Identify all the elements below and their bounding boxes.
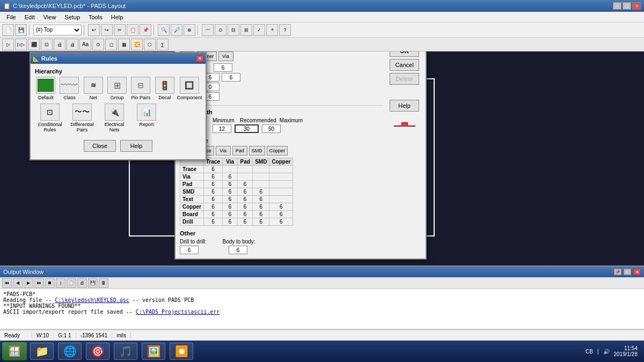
icon-diffpairs[interactable]: 〜〜 Differential Pairs xyxy=(67,104,97,132)
tb-btn-5[interactable]: 📌 xyxy=(140,24,151,36)
start-button[interactable]: 🪟 xyxy=(2,342,27,360)
save-btn[interactable]: 💾 xyxy=(15,24,27,36)
icon-group-box: ⊞ xyxy=(107,77,127,94)
menu-help[interactable]: Help xyxy=(107,13,128,21)
icon-electricalnets[interactable]: 🔌 Electrical Nets xyxy=(99,104,129,132)
tb2-btn-12[interactable]: ⬡ xyxy=(144,39,156,50)
maximum-input[interactable] xyxy=(262,124,281,133)
rules-close-btn[interactable]: ✕ xyxy=(196,55,203,62)
icon-default[interactable]: Default xyxy=(35,77,56,100)
out-last-btn[interactable]: ⏭ xyxy=(34,278,44,288)
tb2-btn-2[interactable]: ▷▷ xyxy=(15,39,27,50)
rules-close-button[interactable]: Close xyxy=(84,140,116,152)
menu-view[interactable]: View xyxy=(39,13,61,21)
tb2-btn-4[interactable]: ⊡ xyxy=(41,39,53,50)
out-next-btn[interactable]: ▶ xyxy=(24,278,33,288)
icon-decal[interactable]: 🚦 Decal xyxy=(154,77,175,100)
tb-route[interactable]: 〰 xyxy=(202,24,214,36)
clr-copper-btn[interactable]: Copper xyxy=(267,146,288,156)
icon-pinpairs[interactable]: ⊟ Pin Pairs xyxy=(130,77,151,100)
tb2-btn-10[interactable]: ▦ xyxy=(118,39,130,50)
taskbar-photos[interactable]: 🖼️ xyxy=(142,343,165,360)
clr-pad-btn[interactable]: Pad xyxy=(232,146,247,156)
out-first-btn[interactable]: ⏮ xyxy=(2,278,12,288)
taskbar-record[interactable]: ⏺️ xyxy=(170,343,193,360)
tb-zoom[interactable]: ⌖ xyxy=(266,24,278,36)
rules-dialog-title-icon: 📐 Rules xyxy=(33,55,57,62)
taskbar-powerpoint[interactable]: 🎯 xyxy=(86,343,109,360)
tb-btn-8[interactable]: ⊕ xyxy=(184,24,195,36)
tb-net[interactable]: ⊟ xyxy=(228,24,239,36)
tb-comp[interactable]: ⊞ xyxy=(240,24,252,36)
maximize-button[interactable]: □ xyxy=(623,2,631,10)
tb2-btn-8[interactable]: ⊙ xyxy=(92,39,104,50)
icon-group[interactable]: ⊞ Group xyxy=(106,77,128,100)
clearance-table: Trace Via Pad SMD Copper Trace 6 xyxy=(180,158,293,226)
tb2-btn-6[interactable]: 🖨 xyxy=(67,39,78,50)
output-link-2[interactable]: C:\PADS Projects\ascii.err xyxy=(136,309,220,315)
tb2-btn-5[interactable]: 🖨 xyxy=(54,39,65,50)
help-button[interactable]: Help xyxy=(390,100,419,112)
body-value-input[interactable] xyxy=(229,246,247,254)
output-link-1[interactable]: C:\keyledsch\KEYLED.asc xyxy=(55,297,129,303)
icon-conditional[interactable]: ⊡ Conditional Rules xyxy=(35,104,65,132)
out-print-btn[interactable]: 🖨 xyxy=(77,278,87,288)
clr-smd-btn[interactable]: SMD xyxy=(249,146,265,156)
table-row: Pad 6 6 6 xyxy=(180,181,293,188)
cell-b-s: 6 xyxy=(253,211,269,218)
delete-button[interactable]: Delete xyxy=(390,73,419,85)
tb-btn-6[interactable]: 🔍 xyxy=(158,24,170,36)
smd-value2-input[interactable] xyxy=(222,73,240,82)
taskbar-explorer[interactable]: 📁 xyxy=(30,343,54,360)
table-row: Board 6 6 6 6 6 xyxy=(180,211,293,218)
output-minimize-btn[interactable]: ─ xyxy=(624,269,631,275)
taskbar-chrome[interactable]: 🌐 xyxy=(58,343,82,360)
cancel-button[interactable]: Cancel xyxy=(390,59,419,71)
menu-edit[interactable]: Edit xyxy=(20,13,39,21)
tb2-btn-11[interactable]: 🔀 xyxy=(131,39,143,50)
output-close-btn[interactable]: ✕ xyxy=(633,269,641,275)
tb-btn-7[interactable]: 🔎 xyxy=(171,24,182,36)
menu-file[interactable]: File xyxy=(2,13,20,21)
via-value-input[interactable] xyxy=(214,63,232,72)
taskbar-music[interactable]: 🎵 xyxy=(114,343,137,360)
out-prev-btn[interactable]: ◀ xyxy=(13,278,23,288)
tb2-btn-7[interactable]: Aa xyxy=(79,39,91,50)
sn-via-btn[interactable]: Via xyxy=(218,51,233,61)
menu-setup[interactable]: Setup xyxy=(60,13,84,21)
icon-class[interactable]: 〰〰 Class xyxy=(58,77,80,100)
output-pin-btn[interactable]: 📌 xyxy=(614,269,621,275)
tb2-btn-9[interactable]: ◻ xyxy=(105,39,117,50)
clr-via-btn[interactable]: Via xyxy=(216,146,231,156)
status-unit: mils xyxy=(112,333,131,338)
tb2-btn-1[interactable]: ▷ xyxy=(2,39,14,50)
tb2-btn-3[interactable]: ⬛ xyxy=(28,39,40,50)
icon-net[interactable]: ≋ Net xyxy=(83,77,104,100)
new-btn[interactable]: 📄 xyxy=(2,24,14,36)
tb-place[interactable]: ⊙ xyxy=(215,24,226,36)
close-button[interactable]: ✕ xyxy=(632,2,641,10)
clearance-btn-row: All Trace Via Pad SMD Copper xyxy=(180,146,383,156)
tb-drc[interactable]: ✓ xyxy=(253,24,265,36)
tb-query[interactable]: ? xyxy=(279,24,291,36)
col-copper: Copper xyxy=(269,158,293,166)
menu-tools[interactable]: Tools xyxy=(84,13,107,21)
recommended-input[interactable] xyxy=(235,124,259,133)
out-copy-btn[interactable]: 📋 xyxy=(67,278,76,288)
out-save-btn[interactable]: 💾 xyxy=(88,278,98,288)
icon-report[interactable]: 📊 Report xyxy=(131,104,162,132)
out-stop-btn[interactable]: ⏹ xyxy=(45,278,55,288)
tb-btn-1[interactable]: ↩ xyxy=(88,24,100,36)
rules-help-button[interactable]: Help xyxy=(120,140,152,152)
tb-btn-2[interactable]: ↪ xyxy=(101,24,113,36)
tb2-btn-13[interactable]: ∑ xyxy=(157,39,169,50)
tb-btn-3[interactable]: ✂ xyxy=(114,24,126,36)
icon-component[interactable]: 🔲 Component xyxy=(178,77,201,100)
clearance-left-col: Same net All Corner Via Via SMD xyxy=(180,43,383,254)
minimum-input[interactable] xyxy=(213,124,231,133)
tb-btn-4[interactable]: 📋 xyxy=(127,24,138,36)
minimize-button[interactable]: ─ xyxy=(613,2,621,10)
drill-value-input[interactable] xyxy=(180,246,199,254)
layer-select[interactable]: (#) Top xyxy=(33,25,82,35)
out-clear-btn[interactable]: 🗑 xyxy=(99,278,108,288)
